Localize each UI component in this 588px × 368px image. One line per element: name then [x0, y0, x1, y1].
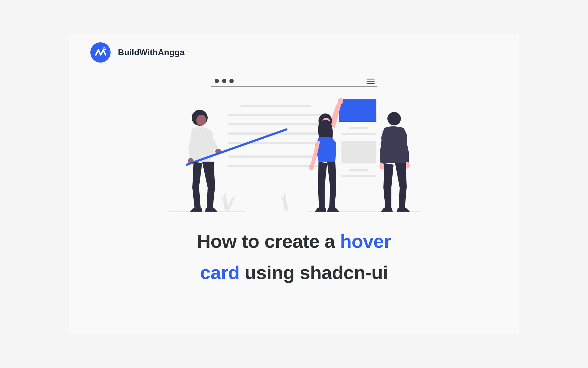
- svg-rect-11: [228, 142, 328, 144]
- hero-illustration: [168, 71, 420, 212]
- title-highlight-2: card: [200, 262, 239, 283]
- article-title: How to create a hover card using shadcn-…: [90, 226, 498, 289]
- svg-point-32: [379, 163, 384, 170]
- svg-point-31: [387, 112, 401, 125]
- thumbnail-card: BuildWithAngga: [69, 34, 519, 334]
- svg-point-27: [338, 98, 343, 104]
- svg-rect-14: [339, 99, 376, 122]
- title-text-2: card using shadcn-ui: [96, 257, 492, 288]
- svg-point-30: [309, 164, 314, 171]
- svg-point-1: [215, 79, 219, 83]
- svg-rect-7: [240, 105, 311, 107]
- svg-rect-18: [349, 169, 368, 171]
- svg-rect-9: [228, 123, 328, 125]
- svg-point-2: [222, 79, 226, 83]
- svg-rect-8: [228, 114, 328, 116]
- svg-point-3: [229, 79, 234, 83]
- header: BuildWithAngga: [90, 42, 498, 63]
- title-highlight-1: hover: [340, 231, 391, 252]
- svg-rect-19: [341, 175, 376, 177]
- brand-logo-icon: [90, 42, 111, 63]
- svg-point-23: [196, 115, 206, 126]
- svg-rect-16: [341, 133, 376, 135]
- title-part-2: using shadcn-ui: [239, 262, 388, 283]
- svg-rect-15: [349, 127, 368, 129]
- title-text: How to create a hover: [96, 226, 492, 257]
- brand-name: BuildWithAngga: [118, 48, 184, 57]
- title-part-1: How to create a: [197, 231, 340, 252]
- svg-rect-17: [341, 141, 376, 163]
